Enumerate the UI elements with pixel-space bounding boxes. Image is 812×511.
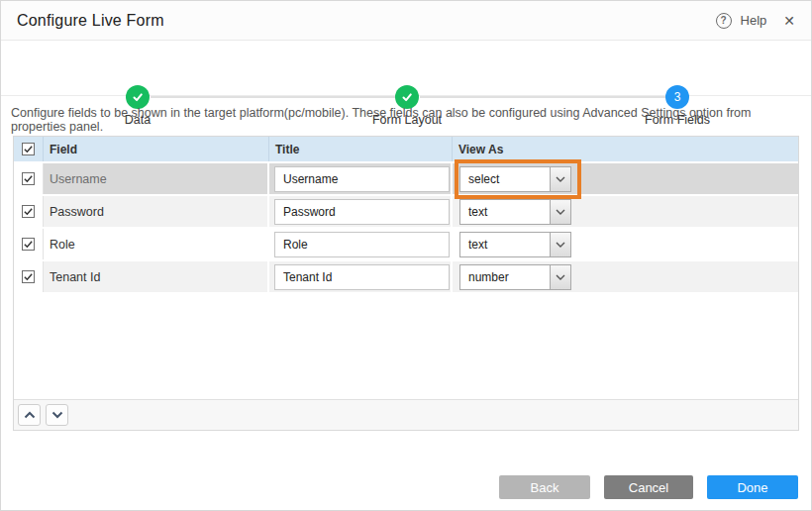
checkbox-icon — [22, 270, 35, 283]
row-checkbox[interactable] — [14, 196, 44, 227]
select-all-checkbox[interactable] — [14, 137, 44, 161]
move-row-up-button[interactable] — [18, 404, 41, 426]
row-checkbox[interactable] — [14, 229, 44, 259]
checkbox-icon — [22, 143, 35, 155]
field-name: Tenant Id — [44, 261, 269, 292]
row-checkbox[interactable] — [14, 261, 44, 292]
table-row[interactable]: Role text — [14, 229, 798, 261]
dropdown-selected-value: select — [460, 167, 550, 191]
configure-live-form-dialog: Configure Live Form ? Help ✕ Data Form L… — [0, 0, 812, 511]
fields-table: Field Title View As Username select — [13, 136, 799, 431]
table-empty-space — [14, 294, 798, 399]
chevron-down-icon — [550, 200, 570, 224]
help-icon[interactable]: ? — [716, 13, 732, 29]
cancel-button[interactable]: Cancel — [604, 475, 693, 499]
row-checkbox[interactable] — [14, 163, 44, 194]
table-row[interactable]: Username select — [14, 163, 798, 196]
column-header-title: Title — [269, 137, 453, 161]
chevron-up-icon — [24, 411, 36, 419]
dropdown-selected-value: number — [460, 265, 550, 289]
dropdown-selected-value: text — [460, 233, 550, 256]
title-bar: Configure Live Form ? Help ✕ — [1, 1, 811, 41]
field-name: Password — [44, 196, 269, 227]
view-as-dropdown[interactable]: select — [459, 166, 571, 192]
done-button[interactable]: Done — [707, 475, 798, 499]
checkbox-icon — [22, 238, 35, 251]
help-link[interactable]: Help — [741, 13, 767, 28]
wizard-stepper: Data Form Layout 3 Form Fields — [1, 41, 811, 96]
close-icon[interactable]: ✕ — [783, 14, 795, 28]
description-text: Configure fields to be shown in the targ… — [11, 106, 801, 134]
table-footer — [14, 399, 798, 430]
title-input[interactable] — [274, 199, 450, 225]
chevron-down-icon — [550, 233, 570, 256]
chevron-down-icon — [550, 167, 570, 191]
title-input[interactable] — [274, 232, 450, 257]
column-header-field: Field — [44, 137, 269, 161]
table-row[interactable]: Password text — [14, 196, 798, 229]
view-as-dropdown[interactable]: number — [459, 264, 571, 290]
step-connector — [420, 96, 665, 98]
column-header-view-as: View As — [453, 137, 798, 161]
step-connector — [151, 96, 395, 98]
page-title: Configure Live Form — [17, 12, 164, 30]
field-name: Role — [44, 229, 269, 259]
title-input[interactable] — [274, 264, 450, 290]
checkbox-icon — [22, 205, 35, 218]
title-input[interactable] — [274, 166, 450, 192]
dropdown-selected-value: text — [460, 200, 550, 224]
chevron-down-icon — [550, 265, 570, 289]
view-as-dropdown[interactable]: text — [459, 232, 571, 257]
checkbox-icon — [22, 172, 35, 185]
field-name: Username — [44, 163, 269, 194]
action-bar: Back Cancel Done — [499, 475, 798, 499]
chevron-down-icon — [51, 411, 63, 419]
table-header-row: Field Title View As — [14, 137, 798, 163]
view-as-dropdown[interactable]: text — [459, 199, 571, 225]
back-button[interactable]: Back — [499, 475, 590, 499]
table-row[interactable]: Tenant Id number — [14, 261, 798, 294]
move-row-down-button[interactable] — [46, 404, 68, 426]
